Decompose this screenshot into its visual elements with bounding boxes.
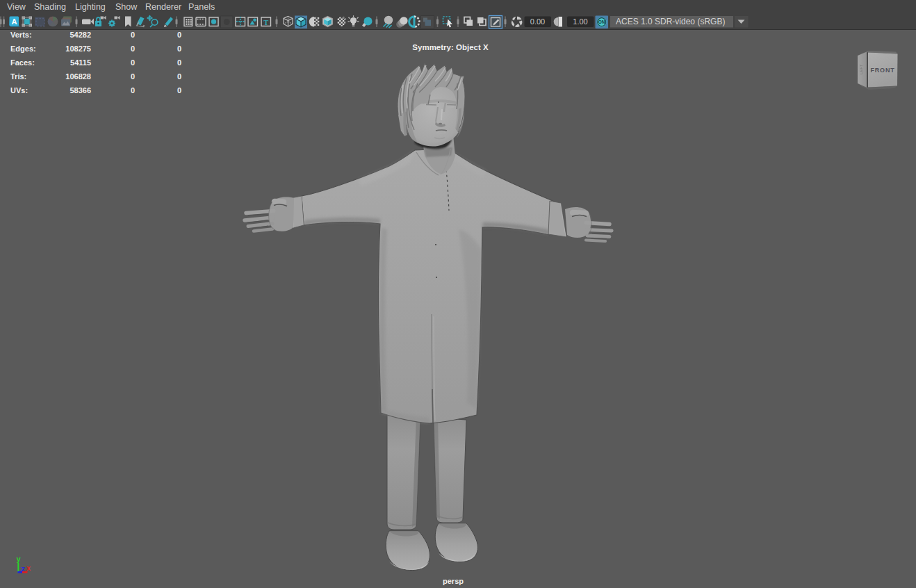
svg-text:z: z	[21, 564, 25, 573]
svg-text:FRONT: FRONT	[871, 67, 895, 74]
svg-text:LEFT: LEFT	[859, 64, 863, 74]
svg-text:x: x	[26, 564, 31, 572]
svg-text:y: y	[16, 555, 21, 563]
